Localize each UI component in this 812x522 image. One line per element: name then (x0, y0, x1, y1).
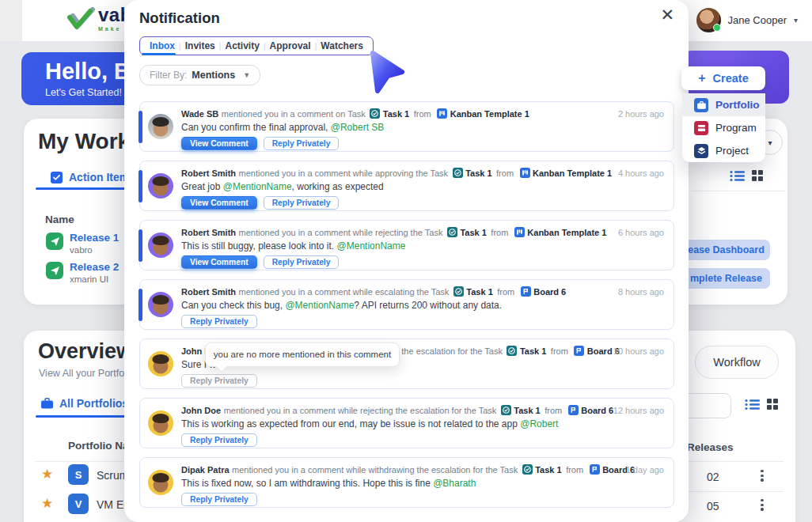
notification-time: 8 hours ago (618, 287, 664, 297)
reply-privately-button[interactable]: Reply Privately (181, 433, 257, 447)
list-view-icon[interactable] (730, 170, 746, 182)
notification-sender: Robert Smith (181, 287, 236, 297)
kebab-menu-icon[interactable] (761, 499, 764, 511)
task-link[interactable]: Task 1 (535, 465, 561, 475)
task-link[interactable]: Task 1 (460, 228, 486, 237)
pointer-cursor-icon (367, 50, 407, 96)
program-icon (694, 121, 708, 135)
my-work-title: My Work (38, 129, 130, 154)
notification-message: Can you confirm the final approval, @Rob… (181, 122, 664, 134)
notification-message: Great job @MentionName, working as expec… (181, 181, 664, 193)
panel-title: Notification (139, 9, 220, 27)
board-link[interactable]: Kanban Template 1 (450, 109, 529, 119)
star-icon[interactable]: ★ (41, 495, 53, 512)
create-button[interactable]: + Create (681, 66, 765, 90)
notification-time: 1 day ago (626, 465, 664, 475)
tab-invites[interactable]: Invites (185, 40, 215, 51)
mention-link[interactable]: @MentionName (337, 240, 406, 252)
notification-message: This is fixed now, so I am withdrawing t… (181, 478, 664, 490)
task-link[interactable]: Task 1 (520, 346, 546, 356)
board-link[interactable]: Kanban Template 1 (527, 228, 606, 237)
star-icon[interactable]: ★ (41, 466, 53, 482)
list-item[interactable]: Release 1vabro (46, 233, 119, 256)
divider (681, 491, 784, 492)
notification-card: Robert Smith mentioned you in a comment … (139, 220, 674, 270)
notification-time: 6 hours ago (618, 228, 664, 237)
tab-all-portfolios[interactable]: All Portfolios (41, 397, 128, 410)
portfolio-initial-badge: V (68, 494, 89, 514)
releases-header: Releases (687, 441, 734, 453)
notification-action: mentioned you in a comment on Task (222, 109, 366, 119)
reply-privately-button[interactable]: Reply Privately (181, 493, 257, 506)
avatar (148, 114, 173, 139)
filter-dropdown[interactable]: Filter By: Mentions ▼ (139, 65, 260, 85)
reply-privately-button[interactable]: Reply Privately (264, 137, 340, 150)
menu-item-program[interactable]: Program (682, 116, 765, 139)
kebab-menu-icon[interactable] (761, 470, 764, 482)
task-icon (522, 464, 533, 475)
portfolio-icon (694, 98, 708, 112)
menu-item-portfolio[interactable]: Portfolio (682, 93, 765, 116)
view-comment-button[interactable]: View Comment (181, 137, 257, 150)
list-item[interactable]: Release 2xmarin UI (46, 262, 119, 286)
from-label: from (544, 406, 562, 415)
menu-item-project[interactable]: Project (682, 139, 765, 162)
task-icon (453, 286, 464, 297)
notification-actions: View Comment Reply Privately (181, 196, 664, 210)
notification-card: John Doe mentioned you in a comment whil… (139, 398, 674, 448)
close-icon[interactable]: ✕ (660, 6, 674, 23)
view-comment-button[interactable]: View Comment (181, 196, 257, 210)
from-label: from (414, 109, 431, 119)
mention-link[interactable]: @Robert (520, 418, 558, 429)
notification-title-row: Robert Smith mentioned you in a comment … (181, 167, 664, 179)
grid-view-icon[interactable] (752, 170, 763, 181)
unread-indicator (138, 170, 142, 202)
grid-view-icon[interactable] (767, 399, 778, 410)
unread-indicator (138, 229, 142, 262)
task-link[interactable]: Task 1 (465, 168, 491, 178)
from-label: from (497, 287, 514, 297)
create-menu: Portfolio Program Project (682, 93, 765, 162)
notification-action: mentioned you in a comment while rejecti… (224, 406, 497, 415)
tab-approval[interactable]: Approval (270, 40, 311, 51)
chevron-down-icon: ▼ (243, 71, 250, 79)
board-link[interactable]: Board 6 (581, 406, 613, 415)
view-comment-button[interactable]: View Comment (181, 255, 257, 269)
user-menu[interactable]: Jane Cooper ▾ (696, 8, 798, 32)
task-icon (501, 405, 511, 415)
tab-workflow[interactable]: Workflow (695, 346, 779, 379)
reply-privately-button[interactable]: Reply Privately (264, 255, 340, 269)
task-link[interactable]: Task 1 (383, 109, 409, 119)
logo-check-icon (66, 6, 95, 32)
task-link[interactable]: Task 1 (514, 406, 540, 415)
notification-action: mentioned you in a comment while withdra… (232, 465, 518, 475)
avatar (148, 470, 173, 495)
board-link[interactable]: Board 6 (533, 287, 566, 297)
board-link[interactable]: Kanban Template 1 (533, 168, 612, 178)
tab-activity[interactable]: Activity (225, 40, 259, 51)
mention-link[interactable]: @MentionName (223, 181, 292, 192)
tab-watchers[interactable]: Watchers (321, 40, 363, 51)
nav-left-strip (0, 0, 22, 41)
list-view-icon[interactable] (745, 399, 761, 410)
complete-release-button[interactable]: mplete Release (682, 268, 770, 289)
chevron-down-icon: ▾ (768, 138, 772, 147)
notification-message: This is working as expected from our end… (181, 418, 664, 430)
mention-link[interactable]: @Robert SB (331, 122, 385, 133)
briefcase-icon (41, 398, 53, 409)
tab-inbox[interactable]: Inbox (150, 40, 175, 51)
reply-privately-button[interactable]: Reply Privately (181, 315, 257, 328)
notification-actions: Reply Privately (181, 374, 664, 388)
portfolio-initial-badge: S (68, 464, 89, 485)
avatar (148, 173, 173, 199)
mention-link[interactable]: @MentionName (285, 300, 354, 311)
notification-message: This is still buggy, please look into it… (181, 240, 664, 252)
user-avatar (696, 8, 721, 32)
task-link[interactable]: Task 1 (466, 287, 492, 297)
mention-link[interactable]: @Bharath (433, 478, 476, 489)
mention-removed-tooltip: you are no more mentioned in this commen… (205, 342, 400, 367)
board-icon (574, 346, 584, 356)
reply-privately-button[interactable]: Reply Privately (181, 374, 257, 388)
release-dashboard-button[interactable]: ease Dashboard (682, 240, 770, 260)
reply-privately-button[interactable]: Reply Privately (264, 196, 340, 210)
